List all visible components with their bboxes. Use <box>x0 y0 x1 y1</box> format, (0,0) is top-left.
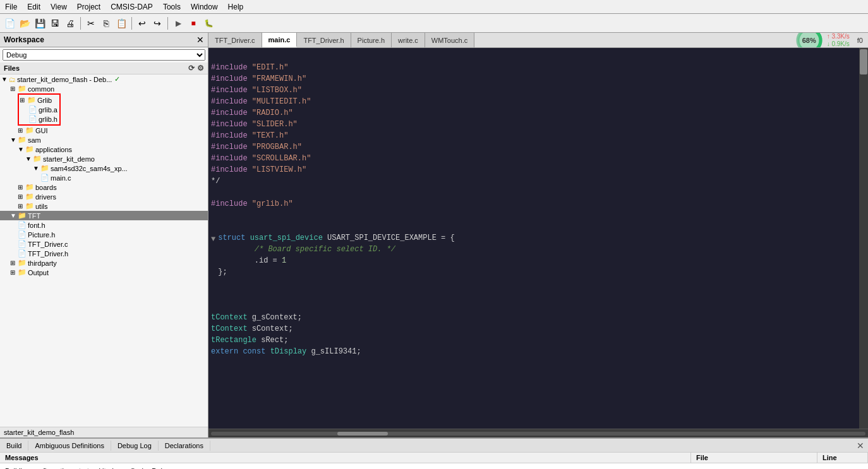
debug-button[interactable]: 🐛 <box>202 16 215 30</box>
output-tab-declarations[interactable]: Declarations <box>159 441 210 451</box>
tree-label-output: Output <box>28 269 49 276</box>
output-tab-debug-log[interactable]: Debug Log <box>111 441 159 451</box>
workspace-config-dropdown[interactable]: Debug Release <box>3 49 205 61</box>
tab-tft-driver-h[interactable]: TFT_Driver.h <box>297 33 351 47</box>
expand-skd[interactable]: ▼ <box>25 155 33 162</box>
tree-item-tft-driver-h[interactable]: 📄 TFT_Driver.h <box>0 249 208 258</box>
code-editor[interactable]: #include "EDIT.h" #include "FRAMEWIN.h" … <box>208 48 859 429</box>
expand-sam4[interactable]: ▼ <box>33 165 40 172</box>
tree-item-picture-h[interactable]: 📄 Picture.h <box>0 230 208 239</box>
scroll-thumb[interactable] <box>860 49 867 74</box>
tab-write-c[interactable]: write.c <box>392 33 425 47</box>
editor-scrollbar[interactable] <box>859 48 868 429</box>
tab-main-c[interactable]: main.c <box>262 33 298 47</box>
tree-label-font-h: font.h <box>28 222 45 229</box>
stop-button[interactable]: ■ <box>186 16 200 30</box>
print-button[interactable]: 🖨 <box>63 16 77 30</box>
scroll-track[interactable] <box>211 432 865 436</box>
expand-grlib[interactable]: ⊞ <box>20 97 27 104</box>
paste-button[interactable]: 📋 <box>114 16 128 30</box>
menu-file[interactable]: File <box>0 1 22 13</box>
scroll-thumb-h[interactable] <box>337 432 388 436</box>
tree-item-drivers[interactable]: ⊞ 📁 drivers <box>0 192 208 201</box>
sync-button[interactable]: ⟳ <box>188 64 195 73</box>
output-tab-build[interactable]: Build <box>0 441 28 451</box>
perf-percent-label: 68% <box>802 37 816 44</box>
expand-drivers[interactable]: ⊞ <box>18 193 25 200</box>
new-button[interactable]: 📄 <box>3 16 16 30</box>
menu-view[interactable]: View <box>45 1 72 13</box>
tree-item-sam[interactable]: ▼ 📁 sam <box>0 135 208 145</box>
open-button[interactable]: 📂 <box>18 16 32 30</box>
file-icon-tft-driver-c: 📄 <box>18 240 27 248</box>
workspace-panel: Workspace ✕ Debug Release Files ⟳ ⚙ ▼ 🗂 … <box>0 33 208 437</box>
tree-item-grlib-h[interactable]: 📄 grlib.h <box>20 114 59 124</box>
folder-icon-gui: 📁 <box>25 126 34 134</box>
tree-item-common[interactable]: ⊞ 📁 common <box>0 84 208 93</box>
tab-picture-h[interactable]: Picture.h <box>351 33 392 47</box>
tree-item-gui[interactable]: ⊞ 📁 GUI <box>0 126 208 135</box>
tree-item-starter-kit-demo[interactable]: ▼ 📁 starter_kit_demo <box>0 154 208 163</box>
expand-tft[interactable]: ▼ <box>10 212 18 219</box>
tree-item-grlib[interactable]: ⊞ 📁 Grlib <box>20 95 59 105</box>
tree-item-utils[interactable]: ⊞ 📁 utils <box>0 201 208 211</box>
project-icon: 🗂 <box>9 76 16 83</box>
expand-boards[interactable]: ⊞ <box>18 184 25 191</box>
expand-utils[interactable]: ⊞ <box>18 203 25 210</box>
copy-button[interactable]: ⎘ <box>99 16 113 30</box>
output-tab-ambiguous[interactable]: Ambiguous Definitions <box>28 441 111 451</box>
tree-item-sam4sd32c[interactable]: ▼ 📁 sam4sd32c_sam4s_xp... <box>0 163 208 173</box>
expand-common[interactable]: ⊞ <box>10 85 18 92</box>
perf-widget: 68% ↑ 3.3K/s ↓ 0.9K/s f0 <box>795 33 863 48</box>
expand-applications[interactable]: ▼ <box>18 146 25 153</box>
config-select[interactable]: Debug Release <box>3 49 205 61</box>
workspace-header: Workspace ✕ <box>0 33 208 47</box>
menu-tools[interactable]: Tools <box>158 1 186 13</box>
tree-label-main-c: main.c <box>51 174 71 182</box>
settings-button[interactable]: ⚙ <box>197 64 204 73</box>
build-button[interactable]: ▶ <box>171 16 185 30</box>
tree-item-thirdparty[interactable]: ⊞ 📁 thirdparty <box>0 258 208 268</box>
expand-sam[interactable]: ▼ <box>10 136 18 143</box>
tree-label-tft: TFT <box>28 212 40 220</box>
workspace-title: Workspace <box>4 35 44 44</box>
output-line-1: Building configuration: starter_kit_demo… <box>5 466 863 469</box>
cut-button[interactable]: ✂ <box>84 16 98 30</box>
tree-label-boards: boards <box>35 184 57 191</box>
tree-item-applications[interactable]: ▼ 📁 applications <box>0 145 208 154</box>
save-button[interactable]: 💾 <box>33 16 47 30</box>
tree-item-tft-driver-c[interactable]: 📄 TFT_Driver.c <box>0 239 208 249</box>
tree-item-root[interactable]: ▼ 🗂 starter_kit_demo_flash - Deb... ✓ <box>0 74 208 84</box>
tree-item-boards[interactable]: ⊞ 📁 boards <box>0 182 208 192</box>
tree-item-font-h[interactable]: 📄 font.h <box>0 220 208 230</box>
menu-cmsis[interactable]: CMSIS-DAP <box>105 1 158 13</box>
workspace-close-button[interactable]: ✕ <box>196 35 204 45</box>
menu-project[interactable]: Project <box>72 1 105 13</box>
tab-wmtouch-c[interactable]: WMTouch.c <box>425 33 474 47</box>
tab-tft-driver-c[interactable]: TFT_Driver.c <box>208 33 262 47</box>
file-icon-main-c: 📄 <box>40 174 49 182</box>
folder-icon-applications: 📁 <box>25 145 34 153</box>
expand-root[interactable]: ▼ <box>1 76 9 83</box>
expand-gui[interactable]: ⊞ <box>18 127 25 134</box>
redo-button[interactable]: ↪ <box>150 16 164 30</box>
undo-button[interactable]: ↩ <box>135 16 149 30</box>
tree-item-tft[interactable]: ▼ 📁 TFT <box>0 211 208 220</box>
save-all-button[interactable]: 🖫 <box>48 16 62 30</box>
folder-icon-common: 📁 <box>18 85 27 93</box>
output-close-button[interactable]: ✕ <box>853 441 868 451</box>
menu-help[interactable]: Help <box>223 1 249 13</box>
tree-item-grlib-a[interactable]: 📄 grlib.a <box>20 105 59 114</box>
horizontal-scrollbar[interactable] <box>208 429 868 437</box>
tree-label-sam: sam <box>28 136 41 144</box>
main-layout: Workspace ✕ Debug Release Files ⟳ ⚙ ▼ 🗂 … <box>0 33 868 437</box>
toolbar-sep-3 <box>167 17 168 30</box>
expand-output[interactable]: ⊞ <box>10 269 18 276</box>
tree-label-grlib-a: grlib.a <box>39 106 57 114</box>
menu-edit[interactable]: Edit <box>22 1 45 13</box>
expand-thirdparty[interactable]: ⊞ <box>10 259 18 266</box>
tree-item-main-c[interactable]: 📄 main.c <box>0 173 208 182</box>
menu-window[interactable]: Window <box>186 1 223 13</box>
tree-label-common: common <box>28 85 54 93</box>
tree-item-output[interactable]: ⊞ 📁 Output <box>0 268 208 277</box>
